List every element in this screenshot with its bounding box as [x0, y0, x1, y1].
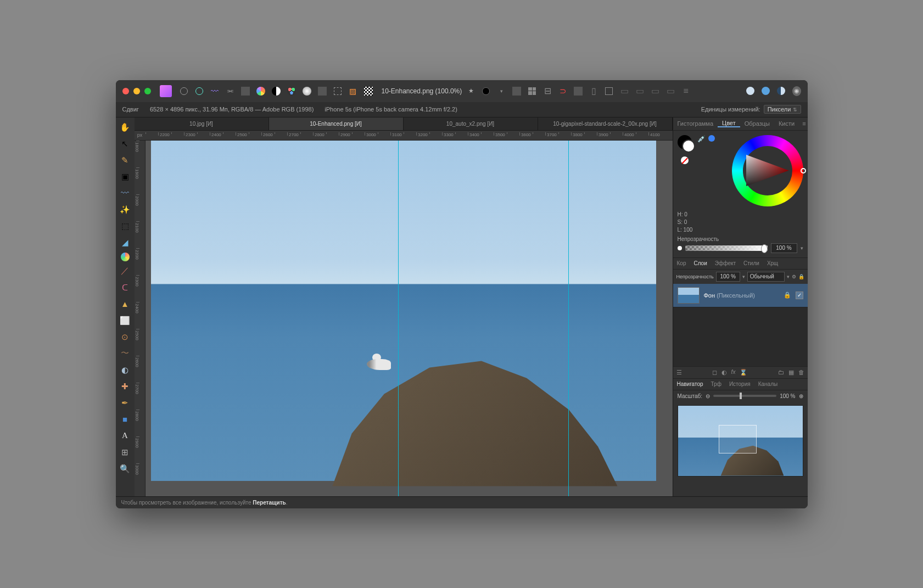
marquee-tool-icon[interactable]: ⬚ — [119, 220, 132, 233]
rectangle-tool-icon[interactable]: ■ — [119, 413, 132, 426]
checker-icon[interactable] — [364, 87, 373, 96]
tab-brushes[interactable]: Кисти — [774, 120, 799, 127]
color-picker-tool-icon[interactable]: ✎ — [119, 154, 132, 167]
live-filter-icon[interactable]: ⌛ — [740, 369, 747, 376]
layer-lock-icon[interactable]: 🔒 — [784, 292, 791, 299]
tab-text-styles[interactable]: Хрщ — [763, 260, 782, 266]
hue-indicator[interactable] — [801, 168, 806, 173]
blend-mode-dropdown-icon[interactable]: ▾ — [787, 274, 790, 279]
pixel-tool-icon[interactable]: ▲ — [119, 298, 132, 311]
quick-mask-icon[interactable] — [482, 87, 490, 96]
dodge-tool-icon[interactable]: ◐ — [119, 363, 132, 377]
dropdown-icon[interactable]: ▾ — [497, 87, 506, 96]
text-tool-icon[interactable]: A — [119, 429, 132, 443]
assistant-icon[interactable] — [746, 87, 755, 96]
opacity-value-input[interactable]: 100 % — [771, 243, 797, 253]
layer-opacity-dropdown-icon[interactable]: ▾ — [742, 274, 745, 279]
color-wheel[interactable] — [732, 135, 803, 206]
inpainting-tool-icon[interactable]: 〜 — [119, 347, 132, 360]
no-color-swatch[interactable] — [681, 156, 689, 164]
arrange-forward-icon[interactable]: ▭ — [666, 87, 675, 96]
tab-transform[interactable]: Трф — [707, 381, 725, 387]
soft-proof-icon[interactable] — [303, 87, 311, 96]
document-tab[interactable]: 10-Enhanced.png [И] — [269, 117, 404, 130]
units-select[interactable]: Пиксели ⇅ — [764, 105, 801, 114]
tab-swatches[interactable]: Образцы — [740, 120, 774, 127]
tab-adjustments[interactable]: Кор — [673, 260, 690, 266]
canvas-viewport[interactable] — [146, 141, 673, 496]
erase-tool-icon[interactable]: ⬜ — [119, 314, 132, 327]
color-triangle[interactable] — [746, 149, 789, 192]
document-tab[interactable]: 10.jpg [И] — [135, 117, 269, 130]
paint-mixer-tool-icon[interactable]: ᑕ — [119, 281, 132, 294]
mesh-warp-tool-icon[interactable]: ⊞ — [119, 446, 132, 459]
layers-stack-icon[interactable]: ☰ — [676, 369, 682, 376]
arrange-group-icon[interactable] — [605, 87, 613, 96]
blend-gear-icon[interactable]: ⚙ — [792, 274, 796, 279]
layer-opacity-input[interactable]: 100 % — [716, 272, 740, 282]
color-adjust-icon[interactable] — [256, 87, 265, 96]
zoom-slider[interactable] — [713, 395, 776, 397]
delete-layer-icon[interactable]: 🗑 — [798, 369, 804, 376]
document-tab[interactable]: 10-gigapixel-standard-scale-2_00x.png [И… — [538, 117, 673, 130]
gradient-tool-icon[interactable] — [121, 253, 130, 261]
tab-channels[interactable]: Каналы — [754, 381, 782, 387]
navigator-viewport-box[interactable] — [719, 425, 756, 453]
tab-navigator[interactable]: Навигатор — [673, 381, 707, 387]
document-tab[interactable]: 10_auto_x2.png [И] — [404, 117, 538, 130]
align-left-icon[interactable]: ▯ — [589, 87, 598, 96]
snapping-grid-icon[interactable] — [528, 87, 536, 96]
diagonal-icon[interactable]: ▨ — [349, 87, 357, 96]
zoom-in-icon[interactable]: ⊕ — [799, 393, 803, 399]
persona-tone-icon[interactable]: ⫘ — [226, 87, 234, 96]
persona-photo-icon[interactable] — [180, 87, 188, 96]
fx-icon[interactable]: fx — [731, 369, 736, 376]
panel-menu-icon[interactable]: ≡ — [799, 120, 807, 127]
sampled-color-swatch[interactable] — [708, 135, 715, 142]
snapping-magnet-icon[interactable]: ⊃ — [558, 87, 567, 96]
vertical-guide[interactable] — [568, 141, 569, 496]
layer-row[interactable]: Фон (Пиксельный) 🔒 ✓ — [673, 284, 808, 307]
bw-adjust-icon[interactable] — [272, 87, 281, 96]
zoom-window-button[interactable] — [144, 88, 151, 94]
account-icon[interactable]: ◉ — [792, 87, 801, 96]
tab-histogram[interactable]: Гистограмма — [673, 120, 718, 127]
tab-effects[interactable]: Эффект — [711, 260, 740, 266]
persona-develop-icon[interactable]: 〰 — [210, 87, 219, 96]
opacity-dropdown-icon[interactable]: ▾ — [801, 245, 803, 251]
primary-secondary-color-swatch[interactable] — [678, 135, 692, 149]
paint-brush-tool-icon[interactable]: ／ — [119, 265, 132, 278]
tab-color[interactable]: Цвет — [718, 120, 740, 127]
navigator-thumbnail[interactable] — [678, 405, 803, 477]
blend-mode-select[interactable]: Обычный — [747, 272, 785, 282]
view-hand-tool-icon[interactable]: ✋ — [119, 121, 132, 134]
horizontal-ruler[interactable]: 2200230024002500260027002800290030003100… — [146, 131, 673, 140]
preferences-icon[interactable] — [777, 87, 786, 96]
marquee-icon[interactable] — [333, 87, 342, 96]
tab-layers[interactable]: Слои — [690, 260, 711, 266]
stock-icon[interactable] — [762, 87, 770, 96]
selection-brush-tool-icon[interactable]: 〰 — [119, 187, 132, 200]
tab-history[interactable]: История — [725, 381, 754, 387]
adjustment-layer-icon[interactable]: ◐ — [721, 369, 727, 376]
eyedropper-icon[interactable]: 💉 — [697, 135, 706, 143]
clone-tool-icon[interactable]: ⊙ — [119, 331, 132, 344]
arrange-front-icon[interactable]: ▭ — [635, 87, 644, 96]
rgb-channels-icon[interactable] — [287, 87, 296, 96]
add-layer-icon[interactable]: ▦ — [788, 369, 794, 376]
tab-styles[interactable]: Стили — [740, 260, 763, 266]
vertical-ruler[interactable]: 1800190020002100220023002400250026002700… — [135, 141, 146, 496]
zoom-tool-icon[interactable]: 🔍 — [119, 462, 132, 475]
layer-visibility-checkbox[interactable]: ✓ — [796, 292, 803, 299]
arrange-backward-icon[interactable]: ▭ — [651, 87, 659, 96]
flood-fill-tool-icon[interactable]: ◢ — [119, 236, 132, 249]
pen-tool-icon[interactable]: ✒ — [119, 396, 132, 410]
opacity-slider[interactable] — [685, 245, 768, 251]
close-window-button[interactable] — [122, 88, 129, 94]
snap-options-icon[interactable]: ⊟ — [543, 87, 552, 96]
arrange-back-icon[interactable]: ▭ — [620, 87, 629, 96]
distribute-icon[interactable]: ≡ — [681, 87, 690, 96]
flood-select-tool-icon[interactable]: ✨ — [119, 203, 132, 216]
persona-liquify-icon[interactable] — [195, 87, 204, 96]
crop-tool-icon[interactable]: ▣ — [119, 170, 132, 183]
